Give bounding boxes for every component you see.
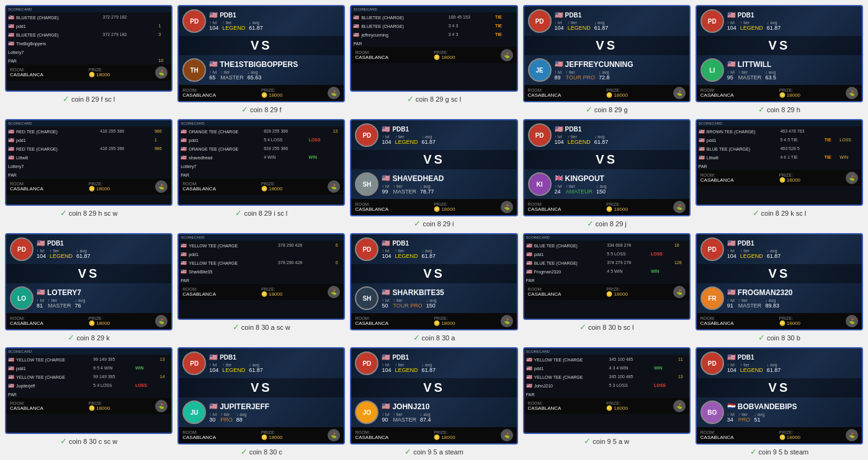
card-c2[interactable]: PD 🇺🇸 PDB1 ↑ lvl104 ↑ tierLEGEND ↓ avg61… bbox=[177, 5, 345, 102]
card-c20[interactable]: PD 🇺🇸 PDB1 ↑ lvl104 ↑ tierLEGEND ↓ avg61… bbox=[696, 347, 863, 445]
card-c14[interactable]: SCORECARD 🇺🇸 BLUE TEE (CHARGE) 334 608 2… bbox=[523, 233, 691, 320]
card-c16[interactable]: SCORECARD 🇺🇸 YELLOW TEE (CHARGE 99 149 3… bbox=[5, 347, 172, 434]
check-icon-c12: ✓ bbox=[233, 322, 239, 332]
card-c9[interactable]: PD 🇺🇸 PDB1 ↑ lvl104 ↑ tierLEGEND ↓ avg61… bbox=[523, 119, 691, 216]
card-c15[interactable]: PD 🇺🇸 PDB1 ↑ lvl104 ↑ tierLEGEND ↓ avg61… bbox=[696, 233, 863, 330]
caption-c5: ✓ coin 8 29 h bbox=[758, 105, 800, 114]
check-icon-c16: ✓ bbox=[60, 436, 67, 446]
check-icon-c15: ✓ bbox=[758, 333, 765, 342]
check-icon-c13: ✓ bbox=[413, 333, 420, 342]
cell-c4: PD 🇺🇸 PDB1 ↑ lvl104 ↑ tierLEGEND ↓ avg61… bbox=[523, 5, 691, 114]
caption-c1: ✓ coin 8 29 f sc l bbox=[63, 94, 115, 104]
cell-c9: PD 🇺🇸 PDB1 ↑ lvl104 ↑ tierLEGEND ↓ avg61… bbox=[523, 119, 691, 228]
vs-text: VS bbox=[769, 381, 790, 395]
card-c1[interactable]: SCORECARD 🇺🇸 BLUETEE (CHARGE) 372 279 18… bbox=[5, 5, 172, 92]
caption-c4: ✓ coin 8 29 g bbox=[586, 105, 628, 114]
cell-c12: SCORECARD 🇺🇸 YELLOW TEE (CHARGE 378 290 … bbox=[177, 233, 345, 342]
card-c7[interactable]: SCORECARD 🇺🇸 ORANGE TEE (CHARGE 628 255 … bbox=[177, 119, 345, 206]
card-c19[interactable]: SCORECARD 🇺🇸 YELLOW TEE (CHARGE 345 100 … bbox=[523, 347, 691, 434]
card-c3[interactable]: SCORECARD 🇺🇸 BLUETEE (CHARGE) 189 45 153… bbox=[350, 5, 517, 92]
card-c5[interactable]: PD 🇺🇸 PDB1 ↑ lvl104 ↑ tierLEGEND ↓ avg61… bbox=[696, 5, 863, 102]
p1-name: PDB1 bbox=[738, 240, 754, 247]
check-icon-c3: ✓ bbox=[407, 94, 414, 104]
caption-c6: ✓ coin 8 29 h sc w bbox=[60, 208, 118, 218]
card-c8[interactable]: PD 🇺🇸 PDB1 ↑ lvl104 ↑ tierLEGEND ↓ avg61… bbox=[350, 119, 517, 216]
caption-c14: ✓ coin 8 30 b sc l bbox=[579, 322, 633, 332]
check-icon-c19: ✓ bbox=[584, 436, 591, 446]
check-icon-c5: ✓ bbox=[758, 105, 765, 114]
caption-c3: ✓ coin 8 29 g sc l bbox=[407, 94, 461, 104]
p1-name: PDB1 bbox=[738, 12, 754, 19]
vs-text: VS bbox=[596, 153, 617, 167]
p1-name: PDB1 bbox=[392, 240, 409, 247]
cell-c16: SCORECARD 🇺🇸 YELLOW TEE (CHARGE 99 149 3… bbox=[5, 347, 172, 456]
card-c10[interactable]: SCORECARD 🇺🇸 BROWN TEE (CHARGE) 463 478 … bbox=[696, 119, 863, 206]
check-icon-c14: ✓ bbox=[579, 322, 586, 332]
cell-c3: SCORECARD 🇺🇸 BLUETEE (CHARGE) 189 45 153… bbox=[350, 5, 517, 114]
p1-name: PDB1 bbox=[392, 354, 409, 361]
p2-name: KINGPOUT bbox=[565, 174, 604, 183]
check-icon-c10: ✓ bbox=[753, 208, 759, 218]
cell-c5: PD 🇺🇸 PDB1 ↑ lvl104 ↑ tierLEGEND ↓ avg61… bbox=[696, 5, 863, 114]
caption-c15: ✓ coin 8 30 b bbox=[758, 333, 800, 342]
card-c18[interactable]: PD 🇺🇸 PDB1 ↑ lvl104 ↑ tierLEGEND ↓ avg61… bbox=[350, 347, 517, 445]
p2-name: SHARKBITE35 bbox=[392, 288, 444, 297]
p2-name: THE1STBIGBOPPERS bbox=[220, 60, 298, 69]
caption-c2: ✓ coin 8 29 f bbox=[241, 105, 282, 114]
caption-c18: ✓ coin 9 5 a steam bbox=[405, 447, 463, 456]
p1-name: PDB1 bbox=[565, 12, 582, 19]
p2-name: SHAVEDHEAD bbox=[392, 174, 444, 183]
vs-text: VS bbox=[769, 38, 790, 53]
vs-text: VS bbox=[251, 38, 272, 53]
card-c6[interactable]: SCORECARD 🇺🇸 RED TEE (CHARGE) 416 295 38… bbox=[5, 119, 172, 206]
p2-name: JUPITERJEFF bbox=[220, 402, 269, 411]
cell-c17: PD 🇺🇸 PDB1 ↑ lvl104 ↑ tierLEGEND ↓ avg61… bbox=[177, 347, 345, 456]
cell-c6: SCORECARD 🇺🇸 RED TEE (CHARGE) 416 295 38… bbox=[5, 119, 172, 228]
caption-c11: ✓ coin 8 29 k bbox=[68, 333, 109, 342]
check-icon-c8: ✓ bbox=[414, 219, 421, 228]
caption-c19: ✓ coin 9 5 a w bbox=[584, 436, 629, 446]
cell-c1: SCORECARD 🇺🇸 BLUETEE (CHARGE) 372 279 18… bbox=[5, 5, 172, 114]
card-c13[interactable]: PD 🇺🇸 PDB1 ↑ lvl104 ↑ tierLEGEND ↓ avg61… bbox=[350, 233, 517, 330]
cell-c13: PD 🇺🇸 PDB1 ↑ lvl104 ↑ tierLEGEND ↓ avg61… bbox=[350, 233, 517, 342]
p2-name: JOHNJ210 bbox=[392, 402, 429, 411]
caption-c9: ✓ coin 8 29 j bbox=[587, 219, 627, 228]
caption-c16: ✓ coin 8 30 c sc w bbox=[60, 436, 117, 446]
cell-c10: SCORECARD 🇺🇸 BROWN TEE (CHARGE) 463 478 … bbox=[696, 119, 863, 228]
vs-text: VS bbox=[769, 267, 790, 281]
p1-name: PDB1 bbox=[47, 240, 64, 247]
cell-c8: PD 🇺🇸 PDB1 ↑ lvl104 ↑ tierLEGEND ↓ avg61… bbox=[350, 119, 517, 228]
check-icon-c4: ✓ bbox=[586, 105, 593, 114]
vs-text: VS bbox=[423, 267, 445, 281]
p1-name: PDB1 bbox=[220, 12, 236, 19]
check-icon-c11: ✓ bbox=[68, 333, 74, 342]
caption-c8: ✓ coin 8 29 i bbox=[414, 219, 454, 228]
check-icon-c1: ✓ bbox=[63, 94, 69, 104]
cell-c18: PD 🇺🇸 PDB1 ↑ lvl104 ↑ tierLEGEND ↓ avg61… bbox=[350, 347, 517, 456]
caption-c20: ✓ coin 9 5 b steam bbox=[750, 447, 809, 456]
cell-c20: PD 🇺🇸 PDB1 ↑ lvl104 ↑ tierLEGEND ↓ avg61… bbox=[696, 347, 863, 456]
card-c11[interactable]: PD 🇺🇸 PDB1 ↑ lvl104 ↑ tierLEGEND ↓ avg61… bbox=[5, 233, 172, 330]
card-c4[interactable]: PD 🇺🇸 PDB1 ↑ lvl104 ↑ tierLEGEND ↓ avg61… bbox=[523, 5, 691, 102]
p1-name: PDB1 bbox=[392, 126, 409, 133]
caption-c12: ✓ coin 8 30 a sc w bbox=[233, 322, 290, 332]
p2-name: LOTERY7 bbox=[47, 288, 81, 297]
card-c12[interactable]: SCORECARD 🇺🇸 YELLOW TEE (CHARGE 378 290 … bbox=[177, 233, 345, 320]
p1-name: PDB1 bbox=[220, 354, 236, 361]
check-icon-c2: ✓ bbox=[241, 105, 248, 114]
check-icon-c20: ✓ bbox=[750, 447, 757, 456]
p2-name: BOBVANDEBIPS bbox=[738, 402, 797, 411]
card-c17[interactable]: PD 🇺🇸 PDB1 ↑ lvl104 ↑ tierLEGEND ↓ avg61… bbox=[177, 347, 345, 445]
cell-c2: PD 🇺🇸 PDB1 ↑ lvl104 ↑ tierLEGEND ↓ avg61… bbox=[177, 5, 345, 114]
p2-name: FROGMAN2320 bbox=[738, 288, 793, 297]
vs-text: VS bbox=[596, 38, 617, 53]
p2-name: JEFFREYCUNNING bbox=[565, 60, 633, 69]
caption-c7: ✓ coin 8 29 i sc l bbox=[235, 208, 287, 218]
p1-name: PDB1 bbox=[565, 126, 582, 133]
caption-c10: ✓ coin 8 29 k sc l bbox=[753, 208, 807, 218]
p2-name: LITTWILL bbox=[738, 60, 772, 69]
cell-c11: PD 🇺🇸 PDB1 ↑ lvl104 ↑ tierLEGEND ↓ avg61… bbox=[5, 233, 172, 342]
main-grid: SCORECARD 🇺🇸 BLUETEE (CHARGE) 372 279 18… bbox=[0, 0, 868, 460]
p1-name: PDB1 bbox=[738, 354, 754, 361]
vs-text: VS bbox=[423, 153, 445, 167]
